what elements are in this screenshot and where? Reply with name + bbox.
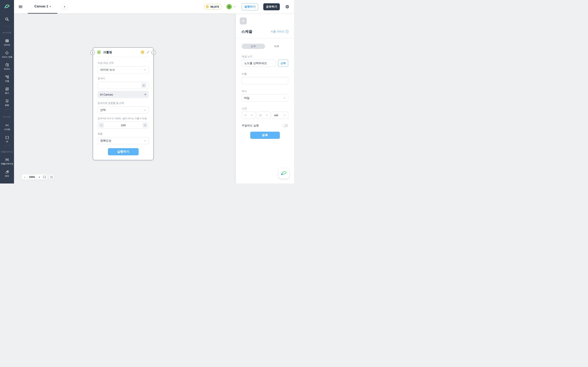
field-label: 대상 노드 xyxy=(242,55,288,58)
assistant-fab-button[interactable] xyxy=(278,168,289,179)
zoom-toolbar: − 105% + xyxy=(22,174,48,180)
canvas-tab-title: Canvas 1 xyxy=(35,5,48,8)
keyword-input[interactable]: + xyxy=(98,82,149,89)
hour-select[interactable]: 시 xyxy=(242,112,255,119)
sidebar-item-data[interactable]: 데이터 xyxy=(4,39,10,46)
integration-icon xyxy=(5,51,9,55)
schedule-form: 대상 노드 선택 이름 주기 매일 시간 시 분 xyxy=(242,55,288,139)
schedule-panel: 스케줄 사용 가이드 ? 등록 목록 대상 노드 선택 이름 주기 매일 xyxy=(236,14,294,184)
tab-list[interactable]: 목록 xyxy=(265,44,288,49)
chevron-down-icon[interactable]: ▾ xyxy=(50,5,51,8)
minimap-icon xyxy=(50,176,53,178)
tab-canvas-1[interactable]: Canvas 1 ▾ xyxy=(28,0,57,14)
minimap-toggle-button[interactable] xyxy=(49,174,54,180)
globe-icon[interactable] xyxy=(285,5,289,9)
chevron-down-icon[interactable] xyxy=(233,5,236,8)
tab-register[interactable]: 등록 xyxy=(242,44,265,49)
coin-cost-icon xyxy=(141,50,145,54)
panel-tabs: 등록 목록 xyxy=(242,44,288,49)
field-label: 시간 xyxy=(242,107,288,110)
rocket-icon xyxy=(5,170,9,174)
panel-title: 스케줄 xyxy=(241,29,252,34)
column-select[interactable]: 선택 xyxy=(98,106,149,114)
sidebar-item-preprocess[interactable]: 전처리 xyxy=(4,63,10,70)
add-canvas-button[interactable]: + xyxy=(62,4,67,9)
sort-select-value: 정확도순 xyxy=(100,139,144,142)
cycle-select[interactable]: 매일 xyxy=(242,94,288,101)
publish-button[interactable]: 발행하기 xyxy=(242,3,258,10)
weekend-label: 주말에도 실행 xyxy=(242,124,259,127)
crawl-target-select[interactable]: 네이버 뉴스 xyxy=(98,66,149,73)
node-header[interactable]: 크롤링 xyxy=(93,48,153,57)
sidebar-section-data-ai: 데이터/AI xyxy=(3,32,11,34)
brand-logo-icon xyxy=(3,3,10,10)
avatar[interactable]: A xyxy=(226,4,232,9)
sidebar-item-model[interactable]: 모델 xyxy=(5,75,9,83)
target-node-input[interactable] xyxy=(242,60,276,67)
field-label: 이름 xyxy=(242,72,288,76)
sidebar-item-label: UI xyxy=(6,140,8,143)
topbar: Canvas 1 ▾ + 99,975 A 발행하기 공유하기 xyxy=(14,0,294,14)
node-output-port[interactable]: 1 xyxy=(151,50,156,55)
double-chevron-right-icon xyxy=(242,19,245,23)
fit-view-button[interactable] xyxy=(42,174,47,180)
minute-placeholder: 분 xyxy=(259,114,265,117)
usage-guide-link[interactable]: 사용 가이드 ? xyxy=(271,30,289,33)
collapse-icon[interactable] xyxy=(147,51,149,54)
node-title: 크롤링 xyxy=(103,50,139,54)
add-keyword-button[interactable]: + xyxy=(141,83,146,88)
sidebar-item-label: 평가 xyxy=(5,92,9,95)
sidebar-item-alerts[interactable]: 알림 xyxy=(5,99,9,107)
keyword-chip: AI Canvas ✕ xyxy=(98,91,149,98)
decrement-button[interactable]: − xyxy=(99,123,104,128)
node-input-port[interactable]: 1 xyxy=(90,50,95,55)
zoom-in-button[interactable]: + xyxy=(37,174,42,180)
sidebar-item-service-link[interactable]: 서비스 연동 xyxy=(1,51,12,58)
sidebar: 데이터/AI 데이터 서비스 연동 전처리 모델 xyxy=(0,0,14,184)
schedule-name-input[interactable] xyxy=(242,77,288,84)
chevron-down-icon xyxy=(144,139,146,142)
run-button[interactable]: 실행하기 xyxy=(108,148,139,155)
brackets-icon xyxy=(5,135,9,140)
panel-divider xyxy=(236,38,294,39)
node-body: 수집 대상 선택 네이버 뉴스 검색어 + AI Canvas ✕ 검색어로 변… xyxy=(93,57,153,160)
sidebar-item-label: 전처리 xyxy=(4,68,10,70)
usage-guide-label: 사용 가이드 xyxy=(271,30,285,33)
sidebar-item-label: 배포 xyxy=(5,175,9,177)
hamburger-menu-icon[interactable] xyxy=(19,5,22,8)
panel-header: 스케줄 사용 가이드 ? xyxy=(236,29,294,34)
zoom-level: 105% xyxy=(27,176,37,178)
sort-select[interactable]: 정확도순 xyxy=(98,137,149,144)
sidebar-item-label: 시각화 xyxy=(4,128,10,131)
remove-chip-icon[interactable]: ✕ xyxy=(144,93,147,96)
credits-badge[interactable]: 99,975 xyxy=(204,4,222,9)
ampm-select[interactable]: AM xyxy=(272,112,288,119)
sidebar-item-deploy[interactable]: 배포 xyxy=(5,170,9,177)
collapse-panel-button[interactable] xyxy=(240,17,247,25)
sidebar-item-visualization[interactable]: 시각화 xyxy=(4,123,10,131)
search-icon[interactable] xyxy=(5,17,9,21)
minute-select[interactable]: 분 xyxy=(257,112,270,119)
sidebar-item-label: 데이터 xyxy=(4,44,10,46)
sidebar-item-label: 모델 xyxy=(5,80,9,83)
register-button[interactable]: 등록 xyxy=(250,132,280,139)
weekend-toggle[interactable] xyxy=(283,124,288,127)
coin-icon xyxy=(206,5,209,8)
credits-amount: 99,975 xyxy=(210,5,219,8)
sidebar-section-dashboard: 대시보드 xyxy=(3,116,11,118)
hour-placeholder: 시 xyxy=(244,114,251,117)
increment-button[interactable]: + xyxy=(143,123,147,128)
crawling-node[interactable]: 1 1 크롤링 xyxy=(93,47,154,160)
workflow-canvas[interactable]: 1 1 크롤링 xyxy=(14,14,236,184)
zoom-out-button[interactable]: − xyxy=(22,174,27,180)
sidebar-item-application[interactable]: 애플리케이션 xyxy=(1,158,13,165)
chevron-down-icon xyxy=(283,114,286,117)
sidebar-item-ui[interactable]: UI xyxy=(5,135,9,143)
column-select-value: 선택 xyxy=(100,108,144,112)
spider-web-icon xyxy=(97,50,101,54)
weekend-toggle-row: 주말에도 실행 xyxy=(242,124,288,127)
field-label: 수집 대상 선택 xyxy=(98,61,149,65)
select-node-button[interactable]: 선택 xyxy=(278,60,288,67)
sidebar-item-evaluate[interactable]: 평가 xyxy=(5,87,9,95)
share-button[interactable]: 공유하기 xyxy=(263,3,280,10)
